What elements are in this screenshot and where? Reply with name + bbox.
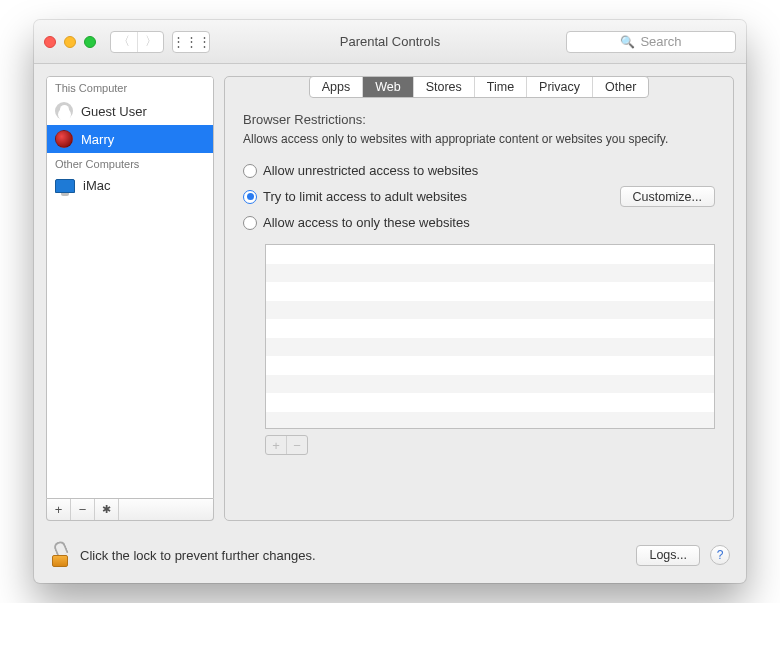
sidebar-section-other-computers: Other Computers xyxy=(47,153,213,173)
chevron-right-icon: 〉 xyxy=(145,33,157,50)
radio-icon xyxy=(243,164,257,178)
tab-web[interactable]: Web xyxy=(363,77,413,97)
sidebar-actions-button[interactable]: ✱ xyxy=(95,499,119,520)
lock-icon[interactable] xyxy=(50,543,70,567)
plus-icon: + xyxy=(272,438,280,453)
sidebar-user-label: Guest User xyxy=(81,104,147,119)
table-row xyxy=(266,338,714,357)
tabbar: Apps Web Stores Time Privacy Other xyxy=(309,76,650,98)
minimize-window-button[interactable] xyxy=(64,36,76,48)
sidebar-computer-imac[interactable]: iMac xyxy=(47,173,213,198)
radio-icon xyxy=(243,216,257,230)
imac-icon xyxy=(55,179,75,193)
minus-icon: − xyxy=(293,438,301,453)
tab-other[interactable]: Other xyxy=(593,77,648,97)
main-panel: Apps Web Stores Time Privacy Other Brows… xyxy=(224,76,734,521)
table-row xyxy=(266,356,714,375)
radio-label: Allow unrestricted access to websites xyxy=(263,163,478,178)
radio-icon-selected xyxy=(243,190,257,204)
sidebar: This Computer Guest User Marry Other Com… xyxy=(46,76,214,521)
sidebar-user-guest[interactable]: Guest User xyxy=(47,97,213,125)
search-input[interactable]: 🔍 Search xyxy=(566,31,736,53)
forward-button[interactable]: 〉 xyxy=(137,32,163,52)
tab-privacy[interactable]: Privacy xyxy=(527,77,593,97)
show-all-button[interactable]: ⋮⋮⋮ xyxy=(172,31,210,53)
titlebar: 〈 〉 ⋮⋮⋮ Parental Controls 🔍 Search xyxy=(34,20,746,64)
radio-limit-adult[interactable]: Try to limit access to adult websites Cu… xyxy=(243,186,715,207)
table-row xyxy=(266,301,714,320)
chevron-left-icon: 〈 xyxy=(118,33,130,50)
question-icon: ? xyxy=(717,548,724,562)
add-website-button[interactable]: + xyxy=(266,436,286,454)
footer: Click the lock to prevent further change… xyxy=(34,533,746,583)
add-user-button[interactable]: + xyxy=(47,499,71,520)
radio-unrestricted[interactable]: Allow unrestricted access to websites xyxy=(243,163,715,178)
gear-icon: ✱ xyxy=(102,503,111,516)
close-window-button[interactable] xyxy=(44,36,56,48)
avatar-guest-icon xyxy=(55,102,73,120)
sidebar-user-label: Marry xyxy=(81,132,114,147)
table-row xyxy=(266,319,714,338)
content: This Computer Guest User Marry Other Com… xyxy=(34,64,746,533)
grid-icon: ⋮⋮⋮ xyxy=(172,34,210,49)
back-button[interactable]: 〈 xyxy=(111,32,137,52)
help-button[interactable]: ? xyxy=(710,545,730,565)
radio-label: Try to limit access to adult websites xyxy=(263,189,467,204)
table-row xyxy=(266,282,714,301)
nav-buttons: 〈 〉 xyxy=(110,31,164,53)
traffic-lights xyxy=(44,36,96,48)
section-title: Browser Restrictions: xyxy=(243,112,715,127)
tab-time[interactable]: Time xyxy=(475,77,527,97)
remove-user-button[interactable]: − xyxy=(71,499,95,520)
minus-icon: − xyxy=(79,502,87,517)
search-placeholder: Search xyxy=(640,34,681,49)
table-row xyxy=(266,245,714,264)
sidebar-computer-label: iMac xyxy=(83,178,110,193)
plus-icon: + xyxy=(55,502,63,517)
table-row xyxy=(266,412,714,430)
table-row xyxy=(266,375,714,394)
radio-only-these[interactable]: Allow access to only these websites xyxy=(243,215,715,230)
whitelist-toolbar: + − xyxy=(265,435,308,455)
sidebar-toolbar: + − ✱ xyxy=(46,499,214,521)
user-list: This Computer Guest User Marry Other Com… xyxy=(46,76,214,499)
radio-label: Allow access to only these websites xyxy=(263,215,470,230)
section-description: Allows access only to websites with appr… xyxy=(243,131,715,147)
tab-apps[interactable]: Apps xyxy=(310,77,364,97)
avatar-marry-icon xyxy=(55,130,73,148)
sidebar-section-this-computer: This Computer xyxy=(47,77,213,97)
zoom-window-button[interactable] xyxy=(84,36,96,48)
remove-website-button[interactable]: − xyxy=(286,436,307,454)
customize-button[interactable]: Customize... xyxy=(620,186,715,207)
tab-stores[interactable]: Stores xyxy=(414,77,475,97)
sidebar-user-marry[interactable]: Marry xyxy=(47,125,213,153)
whitelist-table[interactable] xyxy=(265,244,715,429)
table-row xyxy=(266,264,714,283)
lock-text: Click the lock to prevent further change… xyxy=(80,548,316,563)
table-row xyxy=(266,393,714,412)
preferences-window: 〈 〉 ⋮⋮⋮ Parental Controls 🔍 Search This … xyxy=(34,20,746,583)
search-icon: 🔍 xyxy=(620,35,635,49)
logs-button[interactable]: Logs... xyxy=(636,545,700,566)
